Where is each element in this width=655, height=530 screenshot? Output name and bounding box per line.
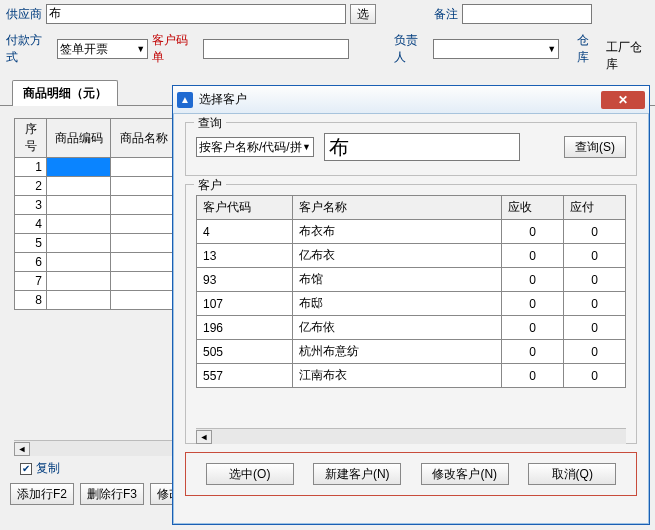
table-row[interactable]: 196亿布依00 (197, 316, 626, 340)
select-button[interactable]: 选 (350, 4, 376, 24)
query-by-value: 按客户名称/代码/拼 (199, 139, 302, 156)
pay-label: 付款方式 (6, 32, 53, 66)
table-row[interactable]: 7 (15, 272, 177, 291)
col-name: 商品名称 (111, 119, 177, 158)
checkbox-icon: ✔ (20, 463, 32, 475)
query-input[interactable]: 布 (324, 133, 520, 161)
products-grid[interactable]: 序号 商品编码 商品名称 12345678 (14, 118, 177, 310)
table-row[interactable]: 4 (15, 215, 177, 234)
new-customer-button[interactable]: 新建客户(N) (313, 463, 401, 485)
warehouse-label: 仓库 (577, 32, 600, 66)
customer-grid[interactable]: 客户代码 客户名称 应收 应付 4布衣布0013亿布衣0093布馆00107布邸… (196, 195, 626, 388)
supplier-label: 供应商 (6, 6, 42, 23)
scroll-left-icon[interactable]: ◄ (196, 430, 212, 444)
chevron-down-icon: ▼ (136, 44, 145, 54)
table-row[interactable]: 6 (15, 253, 177, 272)
select-button-dlg[interactable]: 选中(O) (206, 463, 294, 485)
query-button[interactable]: 查询(S) (564, 136, 626, 158)
table-row[interactable]: 557江南布衣00 (197, 364, 626, 388)
add-row-button[interactable]: 添加行F2 (10, 483, 74, 505)
table-row[interactable]: 505杭州布意纺00 (197, 340, 626, 364)
pay-combo[interactable]: 签单开票 ▼ (57, 39, 149, 59)
chevron-down-icon: ▼ (547, 44, 556, 54)
close-button[interactable]: ✕ (601, 91, 645, 109)
table-row[interactable]: 4布衣布00 (197, 220, 626, 244)
col-cust-code: 客户代码 (197, 196, 293, 220)
table-row[interactable]: 2 (15, 177, 177, 196)
remark-input[interactable] (462, 4, 592, 24)
select-customer-dialog: ▲ 选择客户 ✕ 查询 按客户名称/代码/拼 ▼ 布 查询(S) 客户 客户代码… (172, 85, 650, 525)
table-row[interactable]: 3 (15, 196, 177, 215)
cancel-button[interactable]: 取消(Q) (528, 463, 616, 485)
col-index: 序号 (15, 119, 47, 158)
tab-products[interactable]: 商品明细（元） (12, 80, 118, 106)
del-row-button[interactable]: 删除行F3 (80, 483, 144, 505)
cust-code-label: 客户码单 (152, 32, 199, 66)
supplier-input[interactable]: 布 (46, 4, 346, 24)
table-row[interactable]: 5 (15, 234, 177, 253)
pay-value: 签单开票 (60, 41, 108, 58)
edit-customer-button[interactable]: 修改客户(N) (421, 463, 509, 485)
table-row[interactable]: 107布邸00 (197, 292, 626, 316)
cust-code-input[interactable] (203, 39, 349, 59)
query-by-combo[interactable]: 按客户名称/代码/拼 ▼ (196, 137, 314, 157)
col-code: 商品编码 (47, 119, 111, 158)
owner-label: 负责人 (394, 32, 429, 66)
copy-label: 复制 (36, 460, 60, 477)
app-icon: ▲ (177, 92, 193, 108)
table-row[interactable]: 1 (15, 158, 177, 177)
col-cust-name: 客户名称 (293, 196, 502, 220)
query-group-title: 查询 (194, 115, 226, 132)
table-row[interactable]: 8 (15, 291, 177, 310)
scroll-left-icon[interactable]: ◄ (14, 442, 30, 456)
chevron-down-icon: ▼ (302, 142, 311, 152)
table-row[interactable]: 13亿布衣00 (197, 244, 626, 268)
col-ar: 应收 (502, 196, 564, 220)
warehouse-value: 工厂仓库 (604, 39, 649, 59)
table-row[interactable]: 93布馆00 (197, 268, 626, 292)
dialog-title: 选择客户 (199, 91, 247, 108)
customer-group-title: 客户 (194, 177, 226, 194)
col-ap: 应付 (564, 196, 626, 220)
dialog-button-row: 选中(O) 新建客户(N) 修改客户(N) 取消(Q) (185, 452, 637, 496)
owner-combo[interactable]: ▼ (433, 39, 560, 59)
remark-label: 备注 (434, 6, 458, 23)
